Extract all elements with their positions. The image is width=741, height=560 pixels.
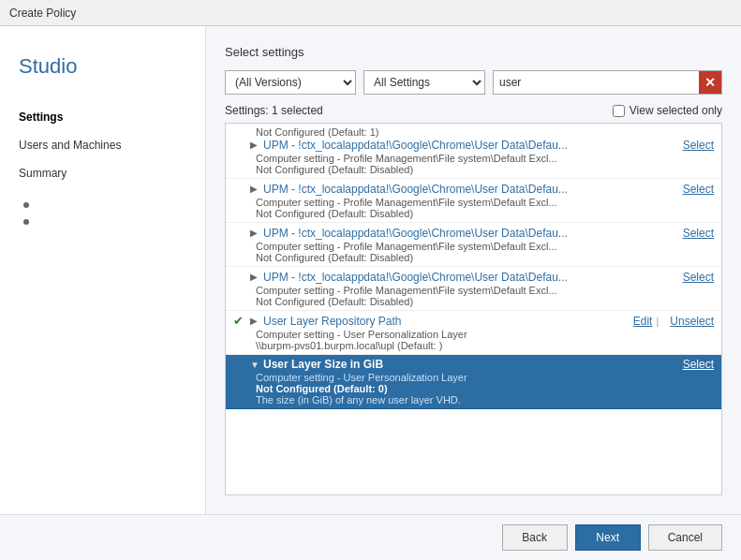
select-link[interactable]: Select (683, 227, 714, 240)
item-checkmark: ✔ (233, 314, 246, 328)
list-item[interactable]: ▶ UPM - !ctx_localappdata!\Google\Chrome… (226, 223, 721, 267)
item-meta: Computer setting - Profile Management\Fi… (233, 241, 714, 252)
item-status: Not Configured (Default: 0) (233, 383, 714, 394)
item-header: ▶ UPM - !ctx_localappdata!\Google\Chrome… (233, 226, 714, 240)
list-item[interactable]: ▶ UPM - !ctx_localappdata!\Google\Chrome… (226, 267, 721, 311)
item-status: Not Configured (Default: Disabled) (233, 296, 714, 307)
item-meta: Computer setting - User Personalization … (233, 329, 714, 340)
settings-count: Settings: 1 selected (225, 104, 323, 117)
unselect-link[interactable]: Unselect (670, 315, 714, 328)
list-item-selected[interactable]: ▼ User Layer Size in GiB Select Computer… (226, 355, 721, 409)
sidebar-title: Studio (19, 54, 186, 79)
search-clear-button[interactable]: ✕ (699, 71, 721, 94)
item-name: UPM - !ctx_localappdata!\Google\Chrome\U… (263, 271, 568, 284)
item-header: ▶ UPM - !ctx_localappdata!\Google\Chrome… (233, 182, 714, 196)
item-expand-icon: ▶ (250, 184, 259, 194)
item-expand-icon: ▶ (250, 316, 259, 326)
item-name: UPM - !ctx_localappdata!\Google\Chrome\U… (263, 139, 568, 152)
select-link[interactable]: Select (683, 139, 714, 152)
search-box: ✕ (493, 70, 722, 95)
dialog-footer: Back Next Cancel (0, 514, 741, 560)
item-checkmark (233, 138, 246, 152)
cancel-button[interactable]: Cancel (648, 524, 722, 551)
title-bar-label: Create Policy (9, 7, 76, 20)
item-meta: Computer setting - Profile Management\Fi… (233, 153, 714, 164)
item-checkmark (233, 226, 246, 240)
next-button[interactable]: Next (575, 524, 641, 551)
item-status: Not Configured (Default: Disabled) (233, 164, 714, 175)
sidebar-item-summary[interactable]: Summary (19, 163, 186, 184)
select-link[interactable]: Select (683, 271, 714, 284)
item-meta: Computer setting - Profile Management\Fi… (233, 197, 714, 208)
settings-list: Not Configured (Default: 1) ▶ UPM - !ctx… (225, 123, 722, 495)
sidebar-nav: Settings Users and Machines Summary (19, 107, 186, 184)
view-selected-label: View selected only (630, 104, 722, 117)
item-header: ✔ ▶ User Layer Repository Path Edit | Un… (233, 314, 714, 328)
item-expand-icon: ▶ (250, 140, 259, 150)
sidebar-dots (19, 202, 186, 225)
search-input[interactable] (494, 74, 699, 91)
item-desc: The size (in GiB) of any new user layer … (233, 394, 714, 405)
main-content: Select settings (All Versions) All Setti… (206, 26, 741, 514)
item-status: Not Configured (Default: Disabled) (233, 252, 714, 263)
item-expand-icon: ▶ (250, 272, 259, 282)
item-name: UPM - !ctx_localappdata!\Google\Chrome\U… (263, 183, 568, 196)
select-link[interactable]: Select (683, 358, 714, 371)
item-header: ▼ User Layer Size in GiB Select (233, 358, 714, 371)
sidebar-item-users-machines[interactable]: Users and Machines (19, 135, 186, 155)
item-name: UPM - !ctx_localappdata!\Google\Chrome\U… (263, 227, 568, 240)
sidebar: Studio Settings Users and Machines Summa… (0, 26, 206, 514)
back-button[interactable]: Back (502, 524, 568, 551)
version-filter[interactable]: (All Versions) (225, 70, 356, 95)
item-expand-icon: ▼ (250, 360, 259, 370)
settings-count-row: Settings: 1 selected View selected only (225, 104, 722, 117)
dot-2 (23, 219, 29, 225)
item-header: ▶ UPM - !ctx_localappdata!\Google\Chrome… (233, 270, 714, 284)
item-name: User Layer Size in GiB (263, 358, 383, 371)
item-meta: Computer setting - Profile Management\Fi… (233, 285, 714, 296)
list-item[interactable]: ▶ UPM - !ctx_localappdata!\Google\Chrome… (226, 179, 721, 223)
item-checkmark (233, 182, 246, 196)
item-checkmark (233, 358, 246, 371)
item-pretext: Not Configured (Default: 1) (233, 126, 714, 138)
item-status: Not Configured (Default: Disabled) (233, 208, 714, 219)
item-name: User Layer Repository Path (263, 315, 401, 328)
section-title: Select settings (225, 45, 722, 59)
item-status: \\burpm-pvs01.burpm.local\upl (Default: … (233, 340, 714, 351)
filters-row: (All Versions) All Settings ✕ (225, 70, 722, 95)
select-link[interactable]: Select (683, 183, 714, 196)
view-selected-checkbox[interactable] (613, 105, 625, 117)
settings-filter[interactable]: All Settings (363, 70, 485, 95)
item-header: ▶ UPM - !ctx_localappdata!\Google\Chrome… (233, 138, 714, 152)
list-item[interactable]: ✔ ▶ User Layer Repository Path Edit | Un… (226, 311, 721, 355)
sidebar-item-settings[interactable]: Settings (19, 107, 186, 127)
edit-link[interactable]: Edit (633, 315, 653, 328)
dot-1 (23, 202, 29, 208)
list-item[interactable]: Not Configured (Default: 1) ▶ UPM - !ctx… (226, 124, 721, 179)
view-selected-row: View selected only (613, 104, 722, 117)
item-expand-icon: ▶ (250, 228, 259, 238)
item-meta: Computer setting - User Personalization … (233, 372, 714, 383)
item-checkmark (233, 270, 246, 284)
